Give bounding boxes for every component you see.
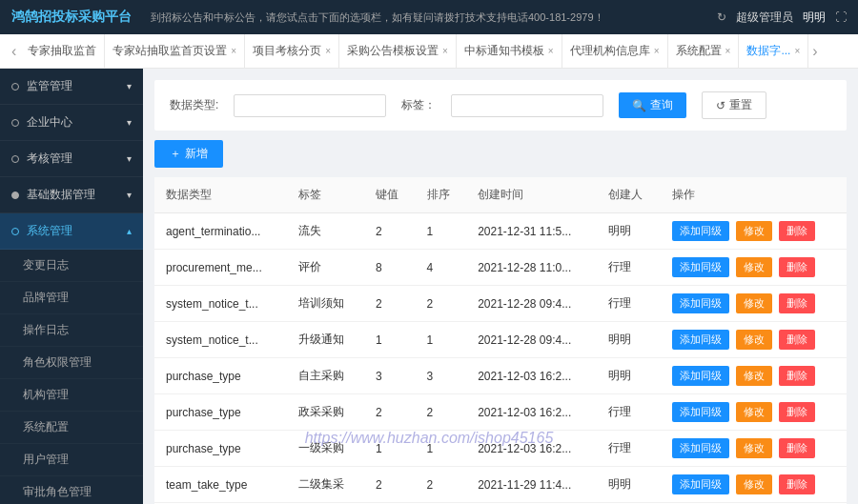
- sidebar-subitem-label: 机构管理: [23, 387, 69, 403]
- col-key: 键值: [364, 177, 416, 213]
- delete-button[interactable]: 删除: [779, 221, 815, 241]
- delete-button[interactable]: 删除: [779, 330, 815, 350]
- col-sort: 排序: [416, 177, 467, 213]
- sidebar-item-basedata[interactable]: 基础数据管理 ▾: [0, 177, 143, 213]
- tag-label: 标签：: [401, 97, 436, 113]
- sidebar-item-roleperms[interactable]: 角色权限管理: [0, 347, 143, 379]
- sidebar-item-usermanage[interactable]: 用户管理: [0, 444, 143, 476]
- close-icon-1[interactable]: ×: [231, 46, 236, 56]
- sidebar-item-oplog[interactable]: 操作日志: [0, 314, 143, 347]
- sidebar-label: 基础数据管理: [27, 187, 95, 203]
- cell-creator: 行理: [597, 431, 661, 467]
- breadcrumb-item-4[interactable]: 中标通知书模板 ×: [457, 34, 562, 69]
- add-sibling-button[interactable]: 添加同级: [672, 366, 729, 386]
- cell-creator: 行理: [597, 394, 661, 431]
- add-button[interactable]: ＋ 新增: [154, 140, 223, 168]
- cell-label: 升级通知: [287, 322, 363, 358]
- breadcrumb-item-2[interactable]: 项目考核分页 ×: [245, 34, 339, 69]
- sidebar-item-sysconfig[interactable]: 系统配置: [0, 412, 143, 444]
- edit-button[interactable]: 修改: [736, 330, 772, 350]
- cell-created-at: 2021-12-03 16:2...: [466, 394, 596, 431]
- edit-button[interactable]: 修改: [736, 221, 772, 241]
- edit-button[interactable]: 修改: [736, 474, 772, 494]
- cell-label: 培训须知: [287, 286, 363, 322]
- close-icon-7[interactable]: ×: [794, 46, 800, 56]
- sidebar-item-enterprise[interactable]: 企业中心 ▾: [0, 105, 143, 141]
- breadcrumb-item-5[interactable]: 代理机构信息库 ×: [562, 34, 668, 69]
- cell-key: 2: [364, 286, 416, 322]
- cell-sort: 2: [416, 467, 467, 503]
- edit-button[interactable]: 修改: [736, 402, 772, 422]
- reset-button[interactable]: ↺ 重置: [702, 91, 766, 119]
- delete-button[interactable]: 删除: [779, 474, 815, 494]
- edit-button[interactable]: 修改: [736, 293, 772, 313]
- edit-button[interactable]: 修改: [736, 438, 772, 458]
- cell-label: 流失: [287, 213, 363, 250]
- cell-sort: 1: [416, 322, 467, 358]
- cell-label: 政采采购: [287, 394, 363, 431]
- cell-creator: 明明: [597, 358, 661, 394]
- delete-button[interactable]: 删除: [779, 293, 815, 313]
- breadcrumb-bar: ‹ 专家抽取监首 专家站抽取监首页设置 × 项目考核分页 × 采购公告模板设置 …: [0, 34, 858, 69]
- delete-button[interactable]: 删除: [779, 366, 815, 386]
- cell-label: 评价: [287, 250, 363, 286]
- close-icon-6[interactable]: ×: [725, 46, 731, 56]
- add-sibling-button[interactable]: 添加同级: [672, 221, 729, 241]
- breadcrumb-item-6[interactable]: 系统配置 ×: [668, 34, 740, 69]
- cell-label: 自主采购: [287, 358, 363, 394]
- cell-key: 1: [364, 431, 416, 467]
- sidebar-subitem-label: 用户管理: [23, 452, 69, 468]
- cell-type: purchase_type: [154, 358, 287, 394]
- cell-key: 8: [364, 250, 416, 286]
- sidebar-label: 监管管理: [27, 78, 72, 94]
- cell-ops: 添加同级 修改 删除: [661, 322, 847, 358]
- breadcrumb-item-1[interactable]: 专家站抽取监首页设置 ×: [105, 34, 245, 69]
- cell-created-at: 2021-12-28 09:4...: [466, 286, 596, 322]
- close-icon-2[interactable]: ×: [325, 46, 331, 56]
- code-input[interactable]: [234, 94, 386, 117]
- breadcrumb-right-arrow[interactable]: ›: [808, 43, 821, 60]
- add-sibling-button[interactable]: 添加同级: [672, 330, 729, 350]
- delete-button[interactable]: 删除: [779, 438, 815, 458]
- table-row: purchase_type 自主采购 3 3 2021-12-03 16:2..…: [154, 358, 847, 394]
- breadcrumb-item-0[interactable]: 专家抽取监首: [20, 34, 105, 69]
- add-sibling-button[interactable]: 添加同级: [672, 402, 729, 422]
- add-sibling-button[interactable]: 添加同级: [672, 474, 729, 494]
- header-notice: 到招标公告和中标公告，请您试点击下面的选项栏，如有疑问请拨打技术支持电话400-…: [151, 10, 698, 25]
- close-icon-5[interactable]: ×: [654, 46, 660, 56]
- user-name[interactable]: 明明: [803, 10, 826, 26]
- delete-button[interactable]: 删除: [779, 257, 815, 277]
- search-button[interactable]: 🔍 查询: [619, 92, 686, 118]
- tag-input[interactable]: [451, 94, 603, 117]
- cell-type: purchase_type: [154, 431, 287, 467]
- close-icon-3[interactable]: ×: [442, 46, 448, 56]
- sidebar-item-approlerole[interactable]: 审批角色管理: [0, 476, 143, 504]
- sidebar-item-orgmanage[interactable]: 机构管理: [0, 379, 143, 412]
- add-sibling-button[interactable]: 添加同级: [672, 293, 729, 313]
- close-icon-4[interactable]: ×: [548, 46, 554, 56]
- table-row: system_notice_t... 培训须知 2 2 2021-12-28 0…: [154, 286, 847, 322]
- expand-icon[interactable]: ⛶: [835, 10, 847, 24]
- add-sibling-button[interactable]: 添加同级: [672, 257, 729, 277]
- cell-type: procurement_me...: [154, 250, 287, 286]
- edit-button[interactable]: 修改: [736, 257, 772, 277]
- cell-type: purchase_type: [154, 394, 287, 431]
- reset-btn-label: 重置: [729, 97, 752, 113]
- breadcrumb-left-arrow[interactable]: ‹: [8, 43, 20, 60]
- edit-button[interactable]: 修改: [736, 366, 772, 386]
- breadcrumb-item-3[interactable]: 采购公告模板设置 ×: [339, 34, 457, 69]
- code-label: 数据类型:: [170, 97, 218, 113]
- sidebar-item-monitoring[interactable]: 监管管理 ▾: [0, 69, 143, 105]
- add-icon: ＋: [170, 146, 181, 162]
- breadcrumb-item-7[interactable]: 数据字... ×: [739, 34, 808, 69]
- delete-button[interactable]: 删除: [779, 402, 815, 422]
- cell-creator: 行理: [597, 250, 661, 286]
- add-sibling-button[interactable]: 添加同级: [672, 438, 729, 458]
- chevron-down-icon: ▾: [127, 153, 132, 164]
- sidebar-item-brand[interactable]: 品牌管理: [0, 282, 143, 314]
- refresh-icon[interactable]: ↻: [717, 10, 726, 24]
- sidebar-item-changelog[interactable]: 变更日志: [0, 250, 143, 282]
- cell-sort: 1: [416, 213, 467, 250]
- sidebar-item-sysmanage[interactable]: 系统管理 ▴: [0, 213, 143, 250]
- sidebar-item-assessment[interactable]: 考核管理 ▾: [0, 141, 143, 177]
